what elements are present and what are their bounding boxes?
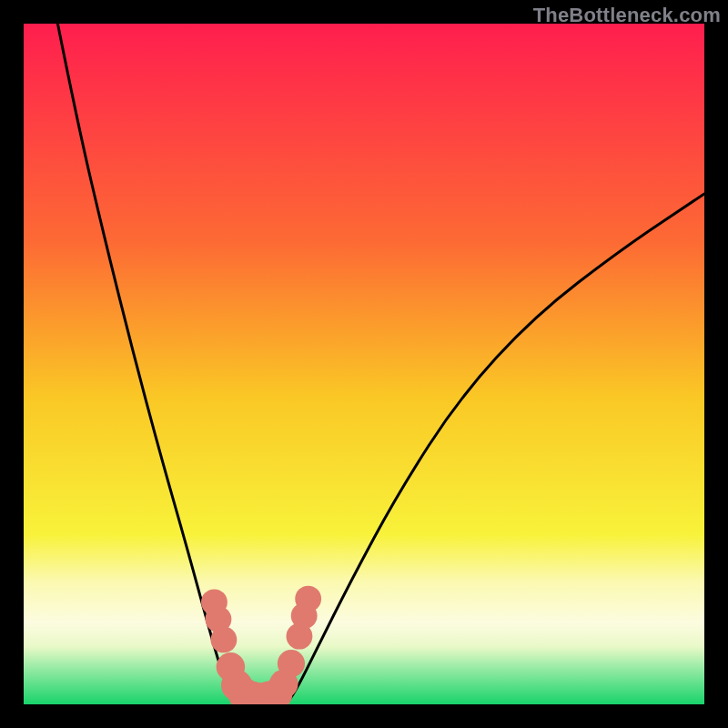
marker-dot bbox=[210, 627, 237, 653]
marker-dot bbox=[278, 650, 305, 677]
bottleneck-chart bbox=[24, 24, 704, 704]
watermark-label: TheBottleneck.com bbox=[533, 4, 721, 27]
gradient-background bbox=[24, 24, 704, 704]
chart-frame bbox=[24, 24, 704, 704]
marker-dot bbox=[295, 586, 321, 612]
